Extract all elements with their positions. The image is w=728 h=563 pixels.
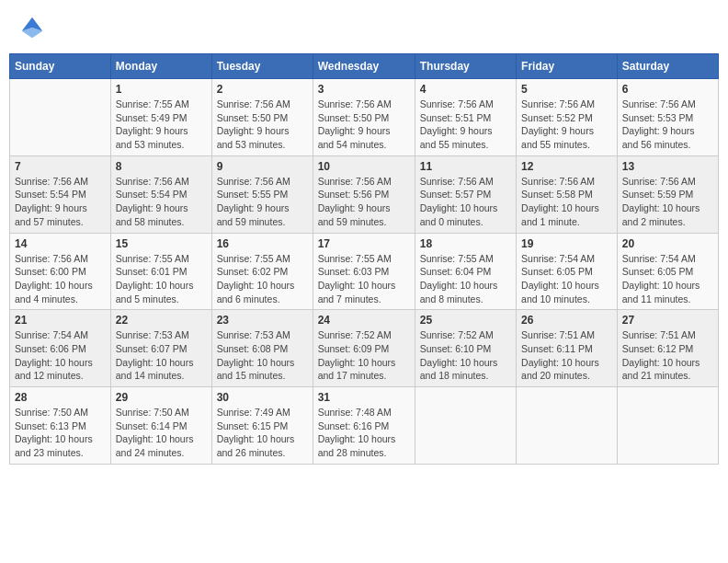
weekday-header-saturday: Saturday [617,54,718,79]
calendar-cell [617,387,718,465]
day-number: 27 [622,314,713,327]
day-info: Sunrise: 7:52 AM Sunset: 6:10 PM Dayligh… [420,328,511,383]
day-number: 17 [318,237,410,250]
day-number: 5 [521,83,612,96]
day-number: 12 [521,160,612,173]
day-number: 10 [318,160,410,173]
calendar-cell: 15Sunrise: 7:55 AM Sunset: 6:01 PM Dayli… [110,233,211,310]
day-info: Sunrise: 7:56 AM Sunset: 5:50 PM Dayligh… [217,98,308,152]
calendar-week-row: 14Sunrise: 7:56 AM Sunset: 6:00 PM Dayli… [10,233,719,310]
calendar-cell [517,387,618,465]
calendar-cell: 16Sunrise: 7:55 AM Sunset: 6:02 PM Dayli… [211,233,313,310]
day-info: Sunrise: 7:56 AM Sunset: 5:52 PM Dayligh… [521,98,612,152]
day-info: Sunrise: 7:56 AM Sunset: 6:00 PM Dayligh… [15,252,106,306]
day-info: Sunrise: 7:56 AM Sunset: 5:54 PM Dayligh… [116,175,207,229]
day-number: 7 [15,160,106,173]
day-info: Sunrise: 7:56 AM Sunset: 5:59 PM Dayligh… [622,175,713,229]
weekday-header-tuesday: Tuesday [211,54,313,79]
calendar-cell: 30Sunrise: 7:49 AM Sunset: 6:15 PM Dayli… [211,387,313,465]
day-number: 18 [420,237,511,250]
day-number: 8 [116,160,207,173]
day-number: 24 [318,314,410,327]
day-info: Sunrise: 7:48 AM Sunset: 6:16 PM Dayligh… [318,406,410,460]
day-number: 19 [521,237,612,250]
calendar-cell: 27Sunrise: 7:51 AM Sunset: 6:12 PM Dayli… [617,310,718,387]
calendar-cell [10,79,111,156]
day-number: 25 [420,314,511,327]
day-info: Sunrise: 7:56 AM Sunset: 5:56 PM Dayligh… [318,175,410,229]
day-number: 30 [217,391,308,404]
day-info: Sunrise: 7:53 AM Sunset: 6:08 PM Dayligh… [217,328,308,383]
day-info: Sunrise: 7:56 AM Sunset: 5:54 PM Dayligh… [15,175,106,229]
weekday-header-sunday: Sunday [10,54,111,79]
day-number: 28 [15,391,106,404]
day-number: 4 [420,83,511,96]
day-info: Sunrise: 7:55 AM Sunset: 6:04 PM Dayligh… [420,252,511,306]
weekday-header-friday: Friday [517,54,618,79]
day-number: 26 [521,314,612,327]
day-number: 2 [217,83,308,96]
day-info: Sunrise: 7:56 AM Sunset: 5:57 PM Dayligh… [420,175,511,229]
calendar-header-row: SundayMondayTuesdayWednesdayThursdayFrid… [10,54,719,79]
day-number: 16 [217,237,308,250]
calendar-cell: 5Sunrise: 7:56 AM Sunset: 5:52 PM Daylig… [517,79,618,156]
calendar-cell [415,387,516,465]
day-info: Sunrise: 7:56 AM Sunset: 5:50 PM Dayligh… [318,98,410,152]
calendar-cell: 13Sunrise: 7:56 AM Sunset: 5:59 PM Dayli… [617,155,718,233]
day-info: Sunrise: 7:51 AM Sunset: 6:11 PM Dayligh… [521,328,612,383]
calendar-cell: 21Sunrise: 7:54 AM Sunset: 6:06 PM Dayli… [10,310,111,387]
logo-icon [18,14,46,41]
day-info: Sunrise: 7:56 AM Sunset: 5:53 PM Dayligh… [622,98,713,152]
calendar-cell: 18Sunrise: 7:55 AM Sunset: 6:04 PM Dayli… [415,233,516,310]
calendar-cell: 2Sunrise: 7:56 AM Sunset: 5:50 PM Daylig… [211,79,313,156]
day-number: 20 [622,237,713,250]
calendar-cell: 12Sunrise: 7:56 AM Sunset: 5:58 PM Dayli… [517,155,618,233]
day-info: Sunrise: 7:53 AM Sunset: 6:07 PM Dayligh… [116,328,207,383]
weekday-header-wednesday: Wednesday [313,54,415,79]
calendar-cell: 4Sunrise: 7:56 AM Sunset: 5:51 PM Daylig… [415,79,516,156]
calendar-table: SundayMondayTuesdayWednesdayThursdayFrid… [9,53,719,465]
day-number: 29 [116,391,207,404]
calendar-cell: 6Sunrise: 7:56 AM Sunset: 5:53 PM Daylig… [617,79,718,156]
calendar-cell: 17Sunrise: 7:55 AM Sunset: 6:03 PM Dayli… [313,233,415,310]
calendar-cell: 3Sunrise: 7:56 AM Sunset: 5:50 PM Daylig… [313,79,415,156]
calendar-cell: 26Sunrise: 7:51 AM Sunset: 6:11 PM Dayli… [517,310,618,387]
day-info: Sunrise: 7:49 AM Sunset: 6:15 PM Dayligh… [217,406,308,460]
calendar-cell: 10Sunrise: 7:56 AM Sunset: 5:56 PM Dayli… [313,155,415,233]
day-number: 11 [420,160,511,173]
day-info: Sunrise: 7:55 AM Sunset: 6:02 PM Dayligh… [217,252,308,306]
calendar-week-row: 21Sunrise: 7:54 AM Sunset: 6:06 PM Dayli… [10,310,719,387]
calendar-cell: 23Sunrise: 7:53 AM Sunset: 6:08 PM Dayli… [211,310,313,387]
day-number: 6 [622,83,713,96]
day-number: 21 [15,314,106,327]
calendar-cell: 24Sunrise: 7:52 AM Sunset: 6:09 PM Dayli… [313,310,415,387]
logo [18,14,50,41]
day-info: Sunrise: 7:54 AM Sunset: 6:05 PM Dayligh… [622,252,713,306]
day-info: Sunrise: 7:54 AM Sunset: 6:06 PM Dayligh… [15,328,106,383]
day-number: 23 [217,314,308,327]
calendar-cell: 8Sunrise: 7:56 AM Sunset: 5:54 PM Daylig… [110,155,211,233]
day-number: 1 [116,83,207,96]
calendar-cell: 25Sunrise: 7:52 AM Sunset: 6:10 PM Dayli… [415,310,516,387]
day-info: Sunrise: 7:56 AM Sunset: 5:51 PM Dayligh… [420,98,511,152]
day-number: 22 [116,314,207,327]
calendar-cell: 1Sunrise: 7:55 AM Sunset: 5:49 PM Daylig… [110,79,211,156]
day-info: Sunrise: 7:55 AM Sunset: 6:01 PM Dayligh… [116,252,207,306]
calendar-cell: 11Sunrise: 7:56 AM Sunset: 5:57 PM Dayli… [415,155,516,233]
day-info: Sunrise: 7:50 AM Sunset: 6:13 PM Dayligh… [15,406,106,460]
calendar-cell: 9Sunrise: 7:56 AM Sunset: 5:55 PM Daylig… [211,155,313,233]
day-number: 31 [318,391,410,404]
calendar-cell: 28Sunrise: 7:50 AM Sunset: 6:13 PM Dayli… [10,387,111,465]
day-info: Sunrise: 7:56 AM Sunset: 5:55 PM Dayligh… [217,175,308,229]
page-header [9,9,719,46]
day-info: Sunrise: 7:50 AM Sunset: 6:14 PM Dayligh… [116,406,207,460]
day-info: Sunrise: 7:51 AM Sunset: 6:12 PM Dayligh… [622,328,713,383]
calendar-cell: 20Sunrise: 7:54 AM Sunset: 6:05 PM Dayli… [617,233,718,310]
weekday-header-thursday: Thursday [415,54,516,79]
day-number: 14 [15,237,106,250]
calendar-cell: 14Sunrise: 7:56 AM Sunset: 6:00 PM Dayli… [10,233,111,310]
day-info: Sunrise: 7:54 AM Sunset: 6:05 PM Dayligh… [521,252,612,306]
calendar-cell: 22Sunrise: 7:53 AM Sunset: 6:07 PM Dayli… [110,310,211,387]
day-info: Sunrise: 7:56 AM Sunset: 5:58 PM Dayligh… [521,175,612,229]
calendar-cell: 29Sunrise: 7:50 AM Sunset: 6:14 PM Dayli… [110,387,211,465]
